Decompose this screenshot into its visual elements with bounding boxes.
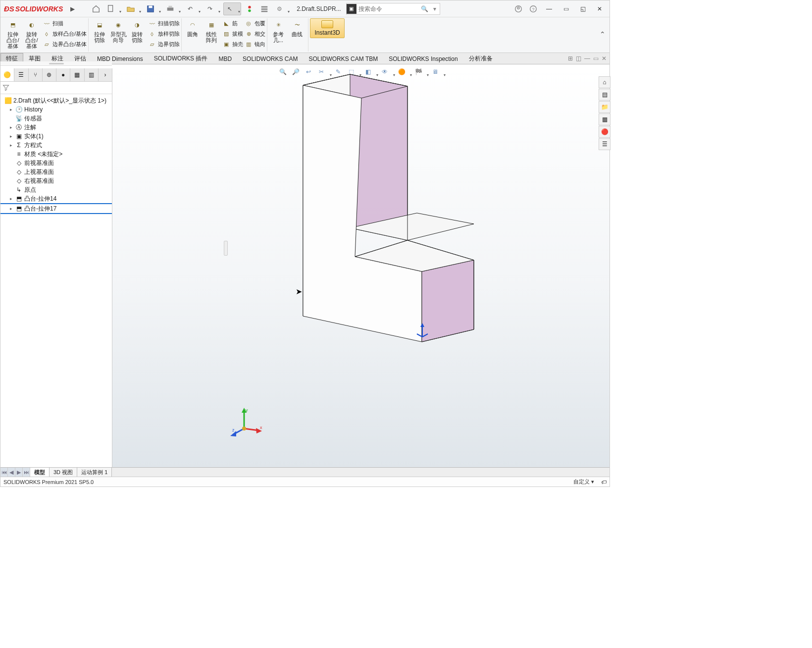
tab-cam-tbm[interactable]: SOLIDWORKS CAM TBM — [303, 53, 383, 64]
mirror-button[interactable]: ▥镜向 — [243, 39, 265, 50]
expand-icon[interactable]: ▸ — [8, 206, 13, 211]
expand-icon[interactable] — [8, 178, 13, 183]
minimize-button[interactable]: — — [541, 3, 558, 15]
collapse-ribbon-icon[interactable]: ⌃ — [600, 30, 606, 38]
tab-cam-op-icon[interactable]: ▥ — [85, 68, 99, 81]
expand-icon[interactable]: ▸ — [8, 143, 13, 148]
search-input[interactable] — [356, 5, 420, 12]
options-icon[interactable] — [258, 2, 271, 15]
tree-root[interactable]: 🟨2.Draft (默认<<默认>_显示状态 1>) — [0, 96, 112, 105]
tab-analysis-prep[interactable]: 分析准备 — [463, 53, 498, 64]
search-drop-icon[interactable]: ▾ — [430, 5, 440, 12]
doc-expand-icon[interactable]: ⊞ — [568, 55, 573, 62]
tree-node[interactable]: ▸▣实体(1) — [0, 132, 112, 141]
expand-icon[interactable] — [8, 152, 13, 157]
tab-dimxpert-icon[interactable]: ⊕ — [43, 68, 56, 81]
hole-wizard-button[interactable]: ◉异型孔 向导 — [109, 18, 128, 43]
revolve-boss-button[interactable]: ◐旋转 凸台/ 基体 — [22, 18, 41, 49]
curves-button[interactable]: 〜曲线 — [288, 18, 306, 37]
tree-node[interactable]: ≡材质 <未指定> — [0, 150, 112, 159]
settings-button[interactable]: ⚙ — [273, 2, 291, 15]
help-icon[interactable]: ? — [527, 2, 540, 15]
expand-icon[interactable]: ▸ — [8, 134, 13, 139]
revolve-cut-button[interactable]: ◑旋转 切除 — [128, 18, 147, 43]
home-button[interactable] — [90, 2, 102, 15]
view-triad[interactable]: y x z — [230, 408, 265, 437]
doc-tab-model[interactable]: 模型 — [30, 468, 50, 477]
tree-node[interactable]: ◇右视基准面 — [0, 176, 112, 185]
expand-icon[interactable]: ▸ — [8, 196, 13, 201]
doc-tab-next-icon[interactable]: ▶ — [15, 468, 23, 477]
expand-icon[interactable]: ▸ — [8, 107, 13, 112]
expand-icon[interactable]: ▸ — [8, 125, 13, 130]
tree-node[interactable]: ◇前视基准面 — [0, 159, 112, 167]
rib-button[interactable]: ◣筋 — [221, 18, 243, 29]
new-button[interactable] — [104, 2, 122, 15]
doc-tab-first-icon[interactable]: ⏮ — [0, 468, 8, 477]
expand-icon[interactable] — [8, 187, 13, 192]
swept-cut-button[interactable]: 〰扫描切除 — [147, 18, 180, 29]
lofted-boss-button[interactable]: ◊放样凸台/基体 — [41, 29, 87, 39]
taskpane-design-lib-icon[interactable]: ▤ — [599, 89, 610, 101]
maximize-button[interactable]: ▭ — [558, 3, 574, 15]
restore-button[interactable]: ◱ — [574, 3, 591, 15]
select-button[interactable]: ↖ — [223, 2, 241, 15]
tab-cam[interactable]: SOLIDWORKS CAM — [237, 53, 303, 64]
expand-icon[interactable] — [8, 169, 13, 174]
draft-button[interactable]: ▨拔模 — [221, 29, 243, 39]
lofted-cut-button[interactable]: ◊放样切除 — [147, 29, 180, 39]
taskpane-file-explorer-icon[interactable]: 📁 — [599, 101, 610, 113]
tab-cam-tree-icon[interactable]: ▦ — [70, 68, 84, 81]
extrude-boss-button[interactable]: ⬒拉伸 凸台/ 基体 — [3, 18, 22, 49]
doc-max-icon[interactable]: ▭ — [593, 55, 599, 62]
tree-node[interactable]: ◇上视基准面 — [0, 167, 112, 176]
doc-popout-icon[interactable]: ◫ — [576, 55, 581, 62]
extrude-cut-button[interactable]: ⬓拉伸 切除 — [90, 18, 109, 43]
doc-tab-3dviews[interactable]: 3D 视图 — [50, 468, 77, 477]
graphics-area[interactable]: 🔍 🔎 ↩ ✂ ✎ ⬚ ◧ 👁 🟠 🏁 🖥 ⌂ ▤ 📁 ▦ 🔴 ☰ — [112, 64, 609, 467]
command-search[interactable]: ▣ 🔍 ▾ — [346, 3, 440, 15]
doc-tab-last-icon[interactable]: ⏭ — [23, 468, 30, 477]
user-icon[interactable] — [512, 2, 525, 15]
tab-inspection[interactable]: SOLIDWORKS Inspection — [383, 53, 463, 64]
doc-tab-motion[interactable]: 运动算例 1 — [77, 468, 112, 477]
tree-node[interactable]: ▸Σ方程式 — [0, 141, 112, 150]
expand-icon[interactable] — [8, 161, 13, 165]
expand-icon[interactable] — [8, 116, 13, 121]
boundary-cut-button[interactable]: ▱边界切除 — [147, 39, 180, 50]
taskpane-view-palette-icon[interactable]: ▦ — [599, 113, 610, 125]
swept-boss-button[interactable]: 〰扫描 — [41, 18, 87, 29]
print-button[interactable] — [164, 2, 182, 15]
shell-button[interactable]: ▣抽壳 — [221, 39, 243, 50]
taskpane-appearances-icon[interactable]: 🔴 — [599, 126, 610, 138]
doc-close-icon[interactable]: ✕ — [602, 55, 607, 62]
tab-config-mgr-icon[interactable]: ⑂ — [29, 68, 43, 81]
undo-button[interactable]: ↶ — [184, 2, 202, 15]
status-tag-icon[interactable]: 🏷 — [601, 479, 607, 485]
redo-button[interactable]: ↷ — [203, 2, 221, 15]
tab-feature-tree-icon[interactable]: 🟡 — [0, 68, 14, 81]
panel-splitter-handle[interactable] — [224, 241, 228, 256]
tree-node[interactable]: ↳原点 — [0, 185, 112, 194]
play-icon[interactable]: ▶ — [66, 2, 79, 15]
fillet-button[interactable]: ◠圆角 — [183, 18, 202, 37]
taskpane-custom-props-icon[interactable]: ☰ — [599, 138, 610, 150]
doc-tab-prev-icon[interactable]: ◀ — [8, 468, 15, 477]
tree-node[interactable]: ▸⬒凸台-拉伸14 — [0, 194, 112, 203]
ref-geometry-button[interactable]: ✳参考 几... — [269, 18, 288, 43]
panel-more-icon[interactable]: › — [99, 68, 112, 81]
tab-addins[interactable]: SOLIDWORKS 插件 — [149, 53, 213, 64]
save-button[interactable] — [144, 2, 162, 15]
tree-node[interactable]: ▸Ⓐ注解 — [0, 123, 112, 132]
tree-node[interactable]: ▸⬒凸台-拉伸17 — [0, 203, 112, 214]
rebuild-button[interactable] — [243, 2, 256, 15]
tab-display-mgr-icon[interactable]: ● — [56, 68, 70, 81]
panel-drag-handle[interactable] — [49, 63, 64, 64]
tab-mbd[interactable]: MBD — [213, 53, 237, 64]
wrap-button[interactable]: ◎包覆 — [243, 18, 265, 29]
search-icon[interactable]: 🔍 — [420, 5, 430, 12]
tab-property-mgr-icon[interactable]: ☰ — [14, 68, 28, 81]
close-button[interactable]: ✕ — [591, 3, 608, 15]
open-button[interactable] — [124, 2, 142, 15]
tree-filter[interactable] — [0, 82, 112, 94]
